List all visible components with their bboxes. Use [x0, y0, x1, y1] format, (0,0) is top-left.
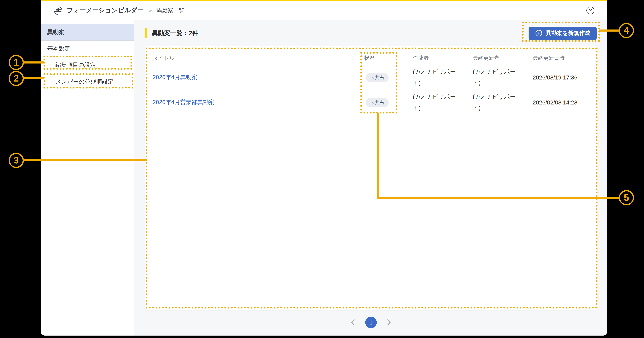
- status-badge: 未共有: [366, 73, 388, 82]
- column-header-status: 状況: [364, 54, 413, 62]
- current-page-button[interactable]: 1: [365, 317, 377, 328]
- help-button[interactable]: ?: [586, 6, 594, 14]
- app-header: フォーメーションビルダー > 異動案一覧 ?: [41, 1, 607, 20]
- create-transfer-plan-button[interactable]: 異動案を新規作成: [528, 26, 597, 40]
- annotation-circle-5: 5: [619, 190, 634, 205]
- formation-builder-logo-icon: [53, 5, 63, 15]
- annotation-circle-3: 3: [8, 153, 24, 168]
- last-updater-cell: (カオナビサポート): [473, 91, 521, 114]
- title-accent-mark: [145, 28, 147, 38]
- main-content: 異動案一覧：2件 異動案を新規作成 タイトル: [134, 20, 607, 336]
- pagination: 1: [145, 310, 597, 335]
- creator-cell: (カオナビサポート): [413, 66, 461, 89]
- column-header-last-updated-at: 最終更新日時: [533, 54, 590, 62]
- transfer-plan-link[interactable]: 2026年4月異動案: [153, 74, 198, 80]
- app-body: 異動案 基本設定 編集項目の設定 メンバーの並び順設定 異動案一覧：2件: [41, 20, 607, 336]
- annotation-circle-2: 2: [8, 71, 24, 86]
- sidebar-item-edit-fields-settings[interactable]: 編集項目の設定: [41, 56, 134, 73]
- chevron-left-icon: [351, 319, 356, 326]
- app-title: フォーメーションビルダー: [67, 6, 144, 14]
- screenshot-canvas: フォーメーションビルダー > 異動案一覧 ? 異動案 基本設定 編集項目の設定 …: [0, 0, 644, 338]
- stage: フォーメーションビルダー > 異動案一覧 ? 異動案 基本設定 編集項目の設定 …: [0, 0, 644, 338]
- title-row: 異動案一覧：2件 異動案を新規作成: [145, 24, 597, 42]
- last-updated-cell: 2026/02/03 14:23: [533, 99, 590, 106]
- column-header-title: タイトル: [153, 54, 364, 62]
- brand-accent-bar: [41, 0, 607, 1]
- transfer-plan-link[interactable]: 2026年4月営業部異動案: [153, 99, 214, 105]
- prev-page-button[interactable]: [351, 319, 356, 326]
- last-updated-cell: 2026/03/19 17:36: [533, 74, 590, 81]
- next-page-button[interactable]: [387, 319, 391, 326]
- page-title: 異動案一覧：2件: [152, 29, 198, 37]
- sidebar: 異動案 基本設定 編集項目の設定 メンバーの並び順設定: [41, 20, 134, 336]
- create-button-label: 異動案を新規作成: [546, 29, 590, 37]
- transfer-plan-list-card: タイトル 状況 作成者 最終更新者 最終更新日時 2026年4月異動案 未共有: [145, 46, 597, 310]
- app-window: フォーメーションビルダー > 異動案一覧 ? 異動案 基本設定 編集項目の設定 …: [41, 0, 607, 336]
- breadcrumb-separator-icon: >: [148, 7, 152, 14]
- table-row: 2026年4月営業部異動案 未共有 (カオナビサポート) (カオナビサポート) …: [153, 90, 590, 115]
- breadcrumb: 異動案一覧: [157, 7, 184, 14]
- question-icon: ?: [589, 8, 592, 13]
- sidebar-item-basic-settings[interactable]: 基本設定: [41, 40, 134, 56]
- sidebar-item-member-sort-settings[interactable]: メンバーの並び順設定: [41, 73, 134, 90]
- sidebar-item-transfer-plans[interactable]: 異動案: [41, 24, 134, 40]
- plus-circle-icon: [535, 29, 542, 37]
- column-header-last-updater: 最終更新者: [473, 54, 533, 62]
- table-row: 2026年4月異動案 未共有 (カオナビサポート) (カオナビサポート) 202…: [153, 65, 590, 90]
- creator-cell: (カオナビサポート): [413, 91, 461, 114]
- table-header-row: タイトル 状況 作成者 最終更新者 最終更新日時: [153, 50, 590, 65]
- column-header-creator: 作成者: [413, 54, 473, 62]
- last-updater-cell: (カオナビサポート): [473, 66, 521, 89]
- status-badge: 未共有: [366, 98, 388, 107]
- annotation-circle-1: 1: [8, 55, 24, 70]
- annotation-circle-4: 4: [619, 23, 634, 38]
- chevron-right-icon: [387, 319, 391, 326]
